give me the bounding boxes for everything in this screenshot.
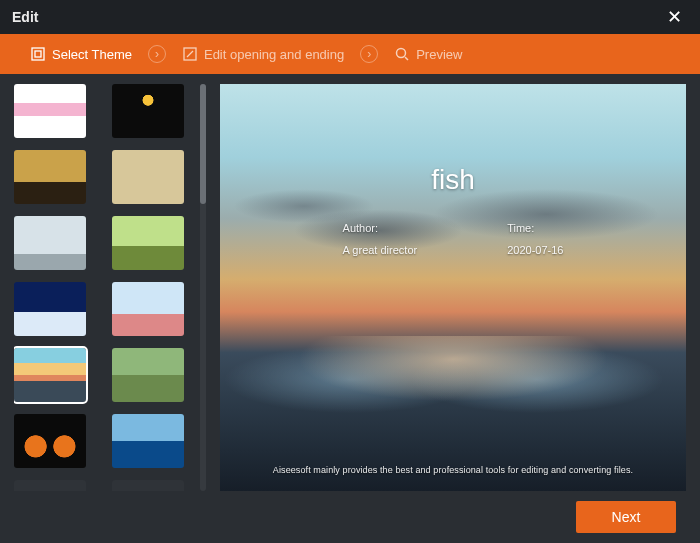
preview-meta: Author: A great director Time: 2020-07-1… (220, 222, 686, 256)
step-preview[interactable]: Preview (394, 46, 462, 62)
scrollbar-thumb[interactable] (200, 84, 206, 204)
step-bar: Select Theme › Edit opening and ending ›… (0, 34, 700, 74)
theme-thumb-ocean-wave[interactable] (112, 414, 184, 468)
theme-scrollbar[interactable] (200, 84, 206, 491)
next-button[interactable]: Next (576, 501, 676, 533)
theme-thumb-snow-cabin[interactable] (14, 282, 86, 336)
theme-thumb-locked-2[interactable] (112, 480, 184, 491)
author-label: Author: (343, 222, 378, 234)
theme-thumb-eiffel-tower[interactable] (14, 216, 86, 270)
step-label: Edit opening and ending (204, 47, 344, 62)
theme-thumb-halloween-pumpkins[interactable] (14, 414, 86, 468)
chevron-right-icon: › (360, 45, 378, 63)
svg-rect-0 (32, 48, 44, 60)
main-area: fish Author: A great director Time: 2020… (0, 74, 700, 491)
magnifier-icon (394, 46, 410, 62)
chevron-right-icon: › (148, 45, 166, 63)
theme-list (14, 84, 210, 491)
step-label: Preview (416, 47, 462, 62)
theme-icon (30, 46, 46, 62)
close-icon[interactable]: ✕ (661, 2, 688, 32)
theme-thumb-lake-sunset[interactable] (14, 348, 86, 402)
preview-title: fish (220, 164, 686, 196)
theme-thumb-dirt-biker[interactable] (112, 216, 184, 270)
theme-thumb-horse-racing[interactable] (112, 348, 184, 402)
theme-thumb-silhouette-sunset[interactable] (14, 150, 86, 204)
step-edit-opening-ending[interactable]: Edit opening and ending (182, 46, 344, 62)
theme-thumb-parchment[interactable] (112, 150, 184, 204)
theme-thumb-cupcake[interactable] (14, 84, 86, 138)
svg-rect-1 (35, 51, 41, 57)
svg-point-3 (397, 49, 406, 58)
bottom-bar: Next (0, 491, 700, 543)
theme-thumb-candles[interactable] (112, 84, 184, 138)
time-value: 2020-07-16 (507, 244, 563, 256)
step-label: Select Theme (52, 47, 132, 62)
title-bar: Edit ✕ (0, 0, 700, 34)
preview-pane: fish Author: A great director Time: 2020… (220, 84, 686, 491)
author-value: A great director (343, 244, 418, 256)
step-select-theme[interactable]: Select Theme (30, 46, 132, 62)
edit-icon (182, 46, 198, 62)
theme-thumb-pagoda[interactable] (112, 282, 184, 336)
time-label: Time: (507, 222, 534, 234)
theme-thumb-locked-1[interactable] (14, 480, 86, 491)
window-title: Edit (12, 9, 38, 25)
preview-footer-caption: Aiseesoft mainly provides the best and p… (220, 465, 686, 475)
